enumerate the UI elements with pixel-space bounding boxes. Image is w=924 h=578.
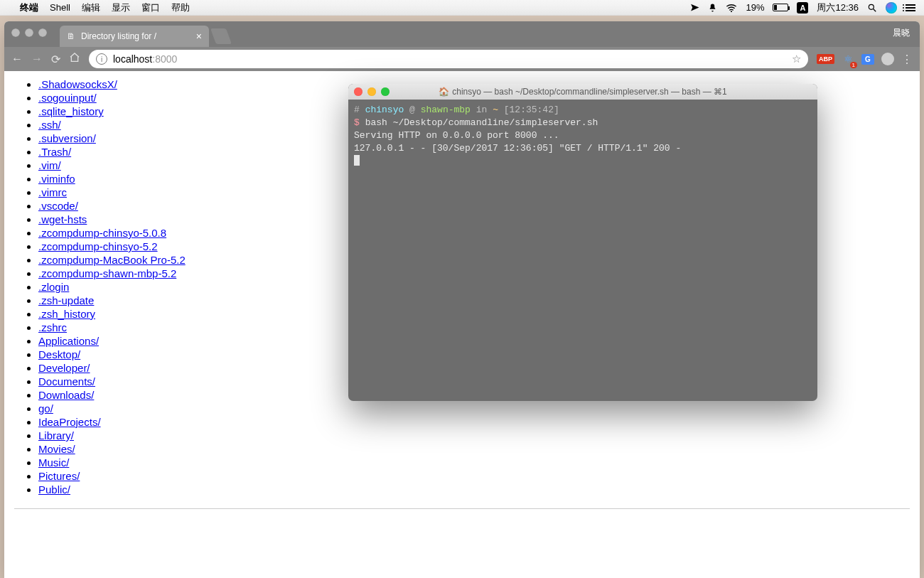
directory-link[interactable]: .Trash/ xyxy=(38,146,71,158)
new-tab-button[interactable] xyxy=(210,28,232,44)
menu-shell[interactable]: Shell xyxy=(50,2,70,13)
wifi-icon[interactable] xyxy=(726,4,737,12)
input-method-icon[interactable]: A xyxy=(797,2,808,14)
directory-link[interactable]: .zsh-update xyxy=(38,294,94,306)
address-bar[interactable]: i localhost:8000 ☆ xyxy=(89,50,808,68)
tabstrip: 🗎 Directory listing for / × 晨晓 xyxy=(4,21,920,47)
window-close-icon[interactable] xyxy=(11,28,20,37)
battery-percent: 19% xyxy=(746,2,764,13)
directory-link[interactable]: go/ xyxy=(38,402,53,414)
directory-link[interactable]: Library/ xyxy=(38,429,74,441)
directory-link[interactable]: .ShadowsocksX/ xyxy=(38,78,117,90)
browser-menu-icon[interactable]: ⋮ xyxy=(901,53,913,66)
back-button[interactable]: ← xyxy=(11,53,23,65)
badge-count: 1 xyxy=(850,62,857,68)
directory-link[interactable]: Documents/ xyxy=(38,375,95,387)
menubar-clock[interactable]: 周六12:36 xyxy=(817,1,859,14)
prompt-user: chinsyo xyxy=(365,105,404,115)
list-item: Music/ xyxy=(38,456,910,469)
window-controls[interactable] xyxy=(11,28,47,37)
spotlight-icon[interactable] xyxy=(867,3,877,13)
terminal-window-controls[interactable] xyxy=(354,87,390,96)
directory-link[interactable]: .zlogin xyxy=(38,281,69,293)
terminal-window[interactable]: 🏠chinsyo — bash ~/Desktop/commandline/si… xyxy=(348,84,817,401)
directory-link[interactable]: .sqlite_history xyxy=(38,105,104,117)
directory-link[interactable]: Applications/ xyxy=(38,335,99,347)
prompt-in: in xyxy=(476,105,488,115)
directory-link[interactable]: Movies/ xyxy=(38,443,75,455)
directory-link[interactable]: .zshrc xyxy=(38,321,67,333)
menubar-app-name[interactable]: 终端 xyxy=(20,1,38,14)
directory-link[interactable]: Pictures/ xyxy=(38,470,80,482)
directory-link[interactable]: Public/ xyxy=(38,483,70,496)
directory-link[interactable]: .zcompdump-shawn-mbp-5.2 xyxy=(38,267,176,279)
terminal-command: bash ~/Desktop/commandline/simpleserver.… xyxy=(365,117,598,128)
terminal-body[interactable]: # chinsyo @ shawn-mbp in ~ [12:35:42] $ … xyxy=(348,100,817,173)
notification-icon[interactable] xyxy=(708,3,717,13)
prompt-dir: ~ xyxy=(493,105,498,115)
directory-link[interactable]: Music/ xyxy=(38,456,69,469)
directory-link[interactable]: .vim/ xyxy=(38,159,61,171)
svg-line-2 xyxy=(874,9,876,11)
list-item: IdeaProjects/ xyxy=(38,416,910,428)
prompt-at: @ xyxy=(409,105,415,115)
directory-link[interactable]: .zcompdump-chinsyo-5.0.8 xyxy=(38,227,166,239)
profile-avatar-icon[interactable] xyxy=(881,53,894,65)
menu-view[interactable]: 显示 xyxy=(112,1,130,14)
svg-point-1 xyxy=(869,4,874,9)
directory-link[interactable]: .vimrc xyxy=(38,186,67,198)
google-translate-icon[interactable]: G xyxy=(861,54,874,65)
terminal-zoom-icon[interactable] xyxy=(381,87,390,96)
directory-link[interactable]: IdeaProjects/ xyxy=(38,416,101,428)
directory-link[interactable]: .viminfo xyxy=(38,173,75,185)
siri-icon[interactable] xyxy=(886,2,897,14)
terminal-title-text: chinsyo — bash ~/Desktop/commandline/sim… xyxy=(452,87,727,97)
window-minimize-icon[interactable] xyxy=(25,28,33,37)
menu-help[interactable]: 帮助 xyxy=(171,1,190,14)
prompt-host: shawn-mbp xyxy=(421,105,471,115)
browser-toolbar: ← → ⟳ i localhost:8000 ☆ ABP ⚛1 G ⋮ xyxy=(4,47,920,71)
menubar-left: 终端 Shell 编辑 显示 窗口 帮助 xyxy=(9,1,190,14)
directory-link[interactable]: .zsh_history xyxy=(38,308,95,320)
directory-link[interactable]: .vscode/ xyxy=(38,200,78,212)
terminal-cursor xyxy=(354,155,360,166)
directory-link[interactable]: .ssh/ xyxy=(38,119,61,131)
site-info-icon[interactable]: i xyxy=(96,53,107,65)
directory-link[interactable]: .wget-hsts xyxy=(38,213,87,225)
location-icon[interactable] xyxy=(690,3,699,12)
menu-window[interactable]: 窗口 xyxy=(141,1,160,14)
terminal-titlebar[interactable]: 🏠chinsyo — bash ~/Desktop/commandline/si… xyxy=(348,84,817,100)
notification-center-icon[interactable] xyxy=(906,4,915,11)
page-icon: 🗎 xyxy=(67,31,75,41)
tab-title: Directory listing for / xyxy=(81,31,156,41)
reload-button[interactable]: ⟳ xyxy=(51,53,60,66)
battery-icon[interactable] xyxy=(773,4,788,11)
directory-link[interactable]: .zcompdump-MacBook Pro-5.2 xyxy=(38,254,186,266)
tabstrip-user-label[interactable]: 晨晓 xyxy=(893,27,910,39)
terminal-minimize-icon[interactable] xyxy=(367,87,376,96)
terminal-output-line: 127.0.0.1 - - [30/Sep/2017 12:36:05] "GE… xyxy=(354,143,681,154)
directory-link[interactable]: .sogouinput/ xyxy=(38,92,97,104)
prompt-dollar: $ xyxy=(354,117,360,128)
directory-link[interactable]: .subversion/ xyxy=(38,132,96,144)
list-item: Pictures/ xyxy=(38,470,910,482)
tab-close-icon[interactable]: × xyxy=(196,31,202,42)
directory-link[interactable]: .zcompdump-chinsyo-5.2 xyxy=(38,240,158,252)
adblock-icon[interactable]: ABP xyxy=(817,54,834,64)
directory-link[interactable]: Desktop/ xyxy=(38,348,80,360)
menu-edit[interactable]: 编辑 xyxy=(82,1,100,14)
window-zoom-icon[interactable] xyxy=(38,28,47,37)
url-port: :8000 xyxy=(152,53,177,65)
terminal-close-icon[interactable] xyxy=(354,87,362,96)
macos-menubar: 终端 Shell 编辑 显示 窗口 帮助 19% A 周六12:36 xyxy=(0,0,924,16)
directory-link[interactable]: Developer/ xyxy=(38,362,90,374)
browser-tab[interactable]: 🗎 Directory listing for / × xyxy=(60,26,209,47)
list-item: go/ xyxy=(38,402,910,414)
divider xyxy=(14,508,910,509)
bookmark-star-icon[interactable]: ☆ xyxy=(792,53,801,65)
react-devtools-icon[interactable]: ⚛1 xyxy=(842,53,854,65)
forward-button[interactable]: → xyxy=(31,53,43,65)
url-host: localhost xyxy=(113,53,152,65)
directory-link[interactable]: Downloads/ xyxy=(38,389,94,401)
home-button[interactable] xyxy=(69,52,80,66)
